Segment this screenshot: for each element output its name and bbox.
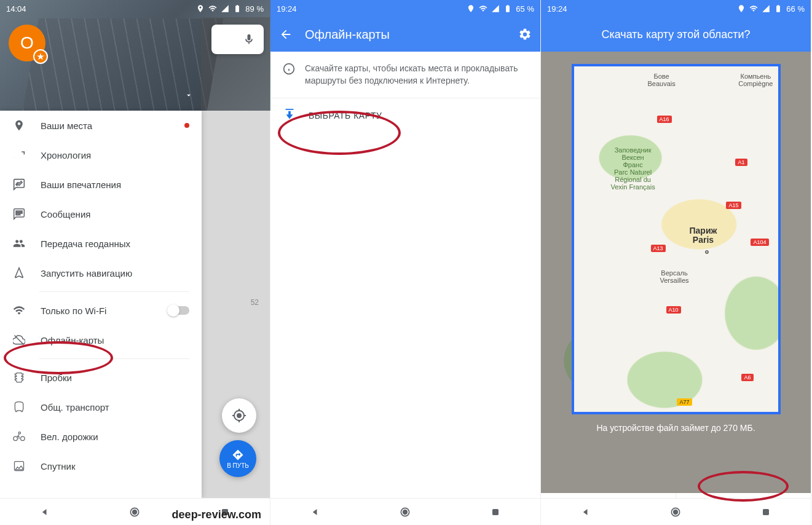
- bookmark-icon: [13, 119, 25, 132]
- file-size-text: На устройстве файл займет до 270 МБ.: [596, 423, 755, 433]
- contribute-badge: [33, 49, 48, 64]
- download-icon: [283, 109, 296, 122]
- back-icon[interactable]: [39, 506, 51, 518]
- map-number: 52: [251, 298, 259, 307]
- status-time: 19:24: [547, 4, 567, 14]
- svg-point-11: [673, 509, 678, 514]
- download-header: Скачать карту этой области?: [541, 17, 811, 52]
- back-icon[interactable]: [580, 506, 592, 518]
- home-icon[interactable]: [128, 506, 141, 518]
- timeline-icon: [13, 149, 25, 161]
- drawer-item-cycling[interactable]: Вел. дорожки: [0, 422, 202, 451]
- road-a13: A13: [651, 245, 666, 252]
- svg-point-1: [132, 509, 137, 514]
- back-icon[interactable]: [279, 28, 293, 41]
- svg-point-7: [403, 509, 408, 514]
- signal-icon: [491, 4, 500, 13]
- header-title: Офлайн-карты: [305, 28, 390, 42]
- svg-rect-12: [763, 509, 769, 515]
- pin-icon: [704, 249, 710, 255]
- signal-icon: [221, 4, 229, 13]
- label-versailles: Версаль Versailles: [660, 269, 689, 284]
- nav-drawer: Ваши места Хронология Ваши впечатления С…: [0, 111, 202, 498]
- road-a104: A104: [751, 239, 768, 246]
- sharing-icon: [13, 237, 25, 250]
- drawer-item-offline-maps[interactable]: Офлайн-карты: [0, 325, 202, 355]
- search-bar[interactable]: [211, 25, 264, 54]
- status-time: 14:04: [6, 4, 26, 14]
- info-text: Скачайте карты, чтобы искать места и про…: [305, 63, 528, 87]
- drawer-item-traffic[interactable]: Пробки: [0, 363, 202, 392]
- map-area[interactable]: Бове Beauvais Компьень Compiègne Заповед…: [541, 52, 811, 493]
- drawer-separator: [39, 291, 189, 292]
- android-nav-bar: [541, 498, 811, 525]
- location-icon: [196, 4, 205, 13]
- gear-icon[interactable]: [518, 28, 532, 41]
- battery-icon: [774, 4, 782, 13]
- home-icon[interactable]: [399, 506, 411, 518]
- info-icon: [283, 63, 295, 75]
- label-compiegne: Компьень Compiègne: [738, 73, 773, 87]
- selection-rect[interactable]: Бове Beauvais Компьень Compiègne Заповед…: [572, 64, 781, 414]
- select-map-label: ВЫБРАТЬ КАРТУ: [309, 111, 382, 120]
- cycling-icon: [13, 430, 25, 443]
- avatar[interactable]: O: [9, 25, 45, 61]
- road-a1: A1: [735, 159, 747, 166]
- road-a16: A16: [657, 116, 672, 123]
- locate-button[interactable]: [222, 398, 256, 433]
- svg-point-9: [705, 251, 708, 253]
- wifi-icon: [13, 304, 25, 317]
- road-a15: A15: [726, 202, 741, 209]
- label-beauvais: Бове Beauvais: [648, 73, 676, 87]
- wifi-only-toggle[interactable]: [168, 306, 189, 315]
- label-vexin: Заповедник Вексен Франс Parc Naturel Rég…: [611, 146, 655, 191]
- battery-pct: 65 %: [516, 4, 534, 14]
- traffic-icon: [13, 371, 25, 384]
- drawer-item-satellite[interactable]: Спутник: [0, 451, 202, 481]
- recents-icon[interactable]: [489, 506, 502, 518]
- drawer-item-transit[interactable]: Общ. транспорт: [0, 392, 202, 422]
- home-icon[interactable]: [669, 506, 682, 518]
- wifi-icon: [479, 4, 487, 13]
- screen-1-drawer: 52 14:04 89 % O Ваши места Хронология: [0, 0, 270, 525]
- recents-icon[interactable]: [760, 506, 772, 518]
- navigation-icon: [13, 267, 25, 279]
- avatar-letter: O: [20, 33, 34, 53]
- location-icon: [737, 4, 746, 13]
- screen-2-offline-maps: 19:24 65 % Офлайн-карты Скачайте карты, …: [270, 0, 541, 525]
- wifi-icon: [208, 4, 217, 13]
- back-icon[interactable]: [309, 506, 321, 518]
- account-dropdown-icon[interactable]: [184, 91, 193, 102]
- drawer-item-wifi-only[interactable]: Только по Wi-Fi: [0, 296, 202, 325]
- location-icon: [467, 4, 475, 13]
- map-tiles: [572, 64, 781, 414]
- road-a10: A10: [666, 306, 681, 314]
- svg-rect-8: [492, 509, 499, 515]
- transit-icon: [13, 401, 25, 413]
- app-header: Офлайн-карты: [270, 17, 540, 52]
- drawer-item-places[interactable]: Ваши места: [0, 111, 202, 140]
- go-label: В ПУТЬ: [227, 462, 249, 469]
- mic-icon[interactable]: [243, 33, 255, 45]
- drawer-item-start-nav[interactable]: Запустить навигацию: [0, 258, 202, 288]
- wifi-icon: [749, 4, 758, 13]
- road-a77: A77: [677, 398, 692, 406]
- messages-icon: [13, 208, 25, 220]
- status-bar: 19:24 65 %: [270, 0, 540, 17]
- drawer-item-messages[interactable]: Сообщения: [0, 199, 202, 229]
- drawer-item-timeline[interactable]: Хронология: [0, 140, 202, 170]
- signal-icon: [762, 4, 770, 13]
- battery-icon: [503, 4, 512, 13]
- select-map-button[interactable]: ВЫБРАТЬ КАРТУ: [270, 98, 540, 133]
- drawer-item-reviews[interactable]: Ваши впечатления: [0, 170, 202, 199]
- notification-dot: [184, 123, 189, 128]
- header-title: Скачать карту этой области?: [601, 28, 750, 41]
- label-paris: Париж Paris: [690, 226, 717, 245]
- drawer-separator: [39, 358, 189, 359]
- go-button[interactable]: В ПУТЬ: [219, 440, 256, 477]
- info-banner: Скачайте карты, чтобы искать места и про…: [270, 52, 540, 98]
- status-time: 19:24: [277, 4, 297, 14]
- offline-icon: [13, 334, 25, 346]
- screen-3-download-area: 19:24 66 % Скачать карту этой области? Б…: [541, 0, 811, 525]
- drawer-item-sharing[interactable]: Передача геоданных: [0, 229, 202, 258]
